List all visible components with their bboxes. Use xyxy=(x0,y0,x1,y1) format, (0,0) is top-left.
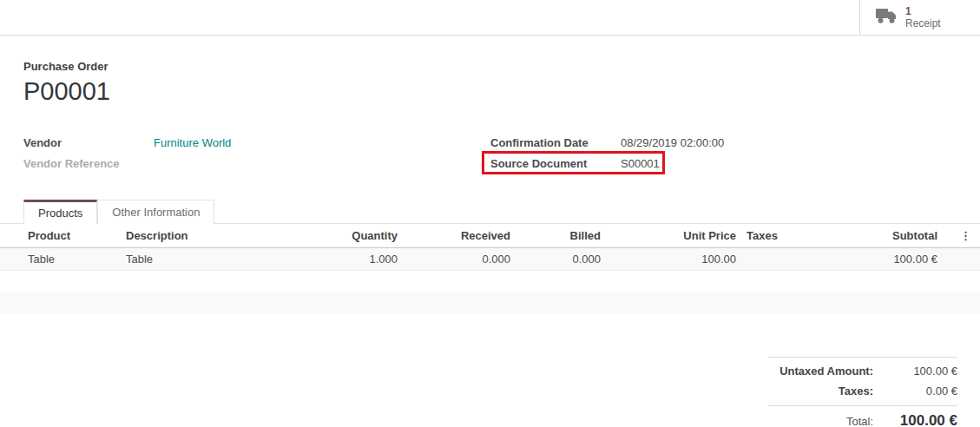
cell-product: Table xyxy=(0,247,126,270)
vendor-label: Vendor xyxy=(23,136,154,149)
doc-type-label: Purchase Order xyxy=(23,60,980,73)
col-header-product: Product xyxy=(0,224,126,247)
col-header-received: Received xyxy=(398,224,510,247)
empty-row-stripe xyxy=(0,292,980,313)
tab-products[interactable]: Products xyxy=(23,200,97,224)
col-header-description: Description xyxy=(126,224,312,247)
col-header-subtotal: Subtotal xyxy=(868,224,960,247)
col-header-taxes: Taxes xyxy=(736,224,868,247)
field-groups: Vendor Furniture World Vendor Reference … xyxy=(23,132,980,174)
totals-block: Untaxed Amount: 100.00 € Taxes: 0.00 € T… xyxy=(768,357,957,427)
untaxed-amount-row: Untaxed Amount: 100.00 € xyxy=(768,358,957,381)
total-row: Total: 100.00 € xyxy=(768,406,957,427)
confirmation-date-label: Confirmation Date xyxy=(490,136,621,149)
col-header-quantity: Quantity xyxy=(312,224,398,247)
col-header-unit-price: Unit Price xyxy=(601,224,736,247)
column-options-icon[interactable]: ⋮ xyxy=(960,229,970,242)
total-value: 100.00 € xyxy=(884,412,957,427)
field-group-left: Vendor Furniture World Vendor Reference xyxy=(23,132,490,174)
notebook-tabs: Products Other Information xyxy=(0,200,980,224)
field-vendor-reference: Vendor Reference xyxy=(23,153,490,174)
taxes-row: Taxes: 0.00 € xyxy=(768,381,957,405)
receipt-count: 1 xyxy=(905,5,941,17)
cell-billed: 0.000 xyxy=(510,247,601,270)
vendor-value-link[interactable]: Furniture World xyxy=(154,136,231,149)
truck-icon xyxy=(876,8,898,28)
field-group-right: Confirmation Date 08/29/2019 02:00:00 So… xyxy=(490,132,977,174)
field-vendor: Vendor Furniture World xyxy=(23,132,490,153)
total-label: Total: xyxy=(768,415,884,427)
col-header-billed: Billed xyxy=(510,224,601,247)
field-confirmation-date: Confirmation Date 08/29/2019 02:00:00 xyxy=(490,132,977,153)
receipt-label: Receipt xyxy=(905,17,941,30)
source-document-label: Source Document xyxy=(490,157,621,170)
empty-row-stripe xyxy=(0,271,980,292)
source-document-value: S00001 xyxy=(621,157,660,170)
order-lines-table: Product Description Quantity Received Bi… xyxy=(0,224,980,271)
purchase-order-form-view: 1 Receipt Purchase Order P00001 Vendor F… xyxy=(0,0,980,427)
taxes-value: 0.00 € xyxy=(884,384,957,397)
top-bar: 1 Receipt xyxy=(0,0,980,36)
cell-description: Table xyxy=(126,247,312,270)
untaxed-amount-value: 100.00 € xyxy=(884,365,957,378)
cell-subtotal: 100.00 € xyxy=(868,247,960,270)
cell-taxes xyxy=(736,247,868,270)
cell-received: 0.000 xyxy=(398,247,510,270)
untaxed-amount-label: Untaxed Amount: xyxy=(768,365,884,378)
tab-other-information[interactable]: Other Information xyxy=(97,200,214,224)
taxes-label: Taxes: xyxy=(768,384,884,397)
field-source-document: Source Document S00001 xyxy=(490,153,977,174)
vendor-reference-label: Vendor Reference xyxy=(23,157,154,170)
cell-quantity: 1.000 xyxy=(312,247,398,270)
order-line-row[interactable]: Table Table 1.000 0.000 0.000 100.00 100… xyxy=(0,247,980,270)
cell-unit-price: 100.00 xyxy=(601,247,736,270)
table-header-row: Product Description Quantity Received Bi… xyxy=(0,224,980,247)
confirmation-date-value: 08/29/2019 02:00:00 xyxy=(621,136,724,149)
receipt-stat-button[interactable]: 1 Receipt xyxy=(859,0,980,35)
page-title: P00001 xyxy=(23,76,980,106)
